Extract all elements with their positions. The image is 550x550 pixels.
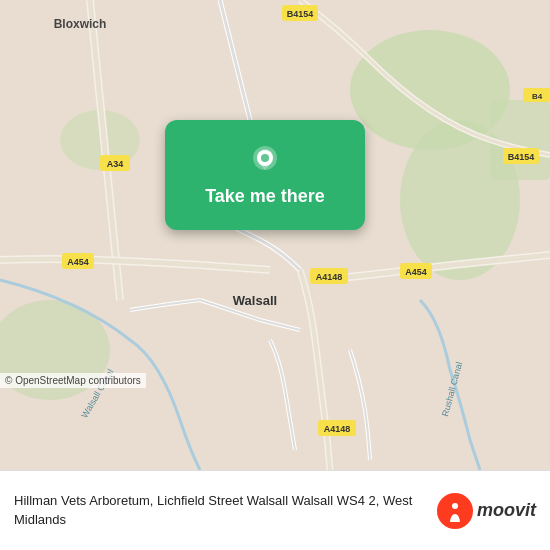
info-bar: Hillman Vets Arboretum, Lichfield Street… xyxy=(0,470,550,550)
map-container: A34 A454 A454 A4148 A4148 B4154 B4154 B4… xyxy=(0,0,550,470)
moovit-logo: moovit xyxy=(437,493,536,529)
svg-text:B4: B4 xyxy=(532,92,543,101)
svg-text:Bloxwich: Bloxwich xyxy=(54,17,107,31)
moovit-text: moovit xyxy=(477,500,536,521)
svg-text:Walsall: Walsall xyxy=(233,293,277,308)
cta-button[interactable]: Take me there xyxy=(165,120,365,230)
cta-label: Take me there xyxy=(205,186,325,207)
svg-text:A4148: A4148 xyxy=(324,424,351,434)
svg-text:B4154: B4154 xyxy=(287,9,314,19)
svg-text:A4148: A4148 xyxy=(316,272,343,282)
svg-text:B4154: B4154 xyxy=(508,152,535,162)
address-text: Hillman Vets Arboretum, Lichfield Street… xyxy=(14,492,427,528)
moovit-icon xyxy=(437,493,473,529)
osm-text: © OpenStreetMap contributors xyxy=(5,375,141,386)
svg-text:A454: A454 xyxy=(405,267,427,277)
svg-point-29 xyxy=(452,503,458,509)
osm-attribution: © OpenStreetMap contributors xyxy=(0,373,146,388)
svg-text:A34: A34 xyxy=(107,159,124,169)
svg-text:A454: A454 xyxy=(67,257,89,267)
location-pin-icon xyxy=(247,144,283,180)
